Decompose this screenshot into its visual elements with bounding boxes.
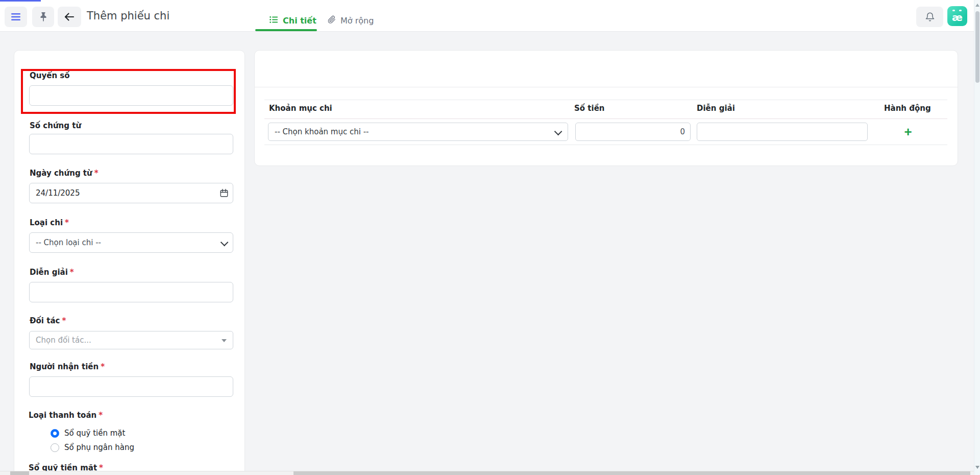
app-window: Thêm phiếu chi æ Quyển số Số chứng từ Ng… — [0, 0, 980, 475]
tab-mo-rong[interactable]: Mở rộng — [326, 11, 376, 30]
field-label-loai-chi: Loại chi* — [30, 218, 69, 227]
field-label-doi-tac: Đối tác* — [30, 316, 66, 325]
chevron-down-icon — [554, 128, 562, 136]
row-dien-giai-input[interactable] — [697, 123, 868, 141]
avatar-logo-text: æ — [952, 12, 963, 22]
khoan-muc-chi-select[interactable]: -- Chọn khoản mục chi -- — [268, 123, 568, 141]
dien-giai-input[interactable] — [29, 282, 233, 302]
column-header-khoan-muc-chi: Khoản mục chi — [269, 104, 332, 113]
field-label-dien-giai: Diễn giải* — [30, 268, 74, 277]
arrow-left-icon — [64, 12, 75, 21]
add-row-button[interactable]: + — [896, 123, 920, 140]
notifications-button[interactable] — [916, 7, 943, 27]
calendar-icon[interactable] — [219, 188, 229, 200]
vertical-scrollbar[interactable] — [974, 0, 980, 475]
page-title: Thêm phiếu chi — [87, 0, 169, 32]
field-label-nguoi-nhan-tien: Người nhận tiền* — [30, 362, 105, 371]
radio-selected-icon — [51, 429, 59, 438]
chevron-down-icon — [220, 239, 229, 247]
radio-so-quy-tien-mat[interactable]: Sổ quỹ tiền mặt — [51, 429, 125, 438]
top-header: Thêm phiếu chi æ — [0, 0, 980, 32]
table-top-border — [264, 100, 947, 100]
tabs-divider — [254, 87, 958, 87]
active-tab-underline — [255, 29, 317, 31]
column-header-so-tien: Số tiền — [574, 104, 605, 113]
field-label-ngay-chung-tu: Ngày chứng từ* — [30, 169, 99, 178]
back-button[interactable] — [58, 7, 81, 27]
table-header-divider — [264, 118, 947, 119]
scroll-down-arrow-icon[interactable] — [975, 466, 979, 469]
pin-icon — [39, 12, 48, 22]
loai-chi-select[interactable]: -- Chọn loại chi -- — [29, 232, 233, 253]
tab-chi-tiet[interactable]: Chi tiết — [267, 11, 318, 30]
detail-panel — [254, 50, 958, 166]
horizontal-scrollbar-thumb[interactable] — [293, 471, 970, 475]
table-bottom-border — [264, 145, 947, 145]
radio-unselected-icon — [51, 443, 59, 452]
vertical-scrollbar-thumb[interactable] — [975, 11, 979, 83]
column-header-dien-giai: Diễn giải — [697, 104, 735, 113]
scroll-up-arrow-icon[interactable] — [975, 4, 979, 7]
bell-icon — [925, 12, 935, 22]
ngay-chung-tu-date-input[interactable] — [29, 183, 233, 203]
horizontal-scrollbar[interactable] — [0, 471, 974, 475]
nguoi-nhan-tien-input[interactable] — [29, 376, 233, 397]
dropdown-arrow-icon — [222, 339, 227, 342]
field-label-loai-thanh-toan: Loại thanh toán* — [29, 411, 103, 420]
list-icon — [270, 16, 278, 26]
pin-button[interactable] — [32, 7, 54, 27]
hamburger-icon — [11, 13, 21, 21]
voucher-form-panel: Quyển số Số chứng từ Ngày chứng từ* Loại… — [14, 50, 245, 475]
quyen-so-input[interactable] — [29, 85, 233, 106]
paperclip-icon — [328, 15, 336, 26]
menu-button[interactable] — [5, 7, 27, 27]
column-header-hanh-dong: Hành động — [884, 104, 931, 113]
doi-tac-select[interactable]: Chọn đối tác... — [29, 331, 233, 349]
field-label-so-chung-tu: Số chứng từ — [30, 121, 81, 130]
so-chung-tu-input[interactable] — [29, 134, 233, 154]
so-tien-input[interactable] — [575, 123, 691, 141]
radio-so-phu-ngan-hang[interactable]: Sổ phụ ngân hàng — [51, 443, 134, 452]
horizontal-scrollbar-stub — [10, 471, 29, 475]
accent-line — [0, 0, 41, 2]
user-avatar[interactable]: æ — [947, 6, 967, 26]
field-label-quyen-so: Quyển số — [30, 71, 70, 80]
